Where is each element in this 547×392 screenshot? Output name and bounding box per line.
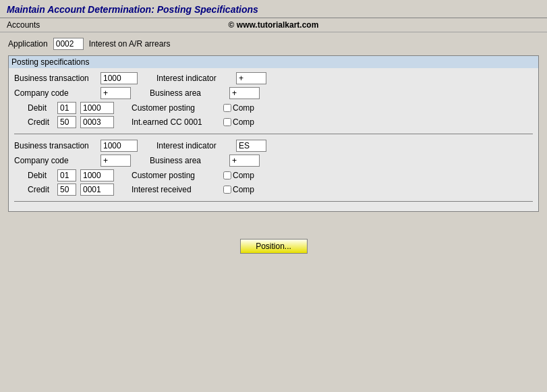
block1-credit-row: Credit Int.earned CC 0001 Comp <box>14 116 533 128</box>
watermark: © www.tutorialkart.com <box>229 20 319 30</box>
block2-credit-desc: Interest received <box>132 185 219 194</box>
block2-cc-label: Company code <box>14 156 95 165</box>
block2-credit-comp-wrap: Comp <box>223 185 254 194</box>
block2-debit-input1[interactable] <box>57 169 76 181</box>
block2-interest-group: Interest indicator <box>156 140 266 152</box>
block1-debit-comp-wrap: Comp <box>223 103 254 113</box>
block2-credit-comp-label: Comp <box>233 185 254 194</box>
application-label: Application <box>8 39 48 49</box>
block1-ba-input[interactable] <box>229 87 260 99</box>
block2-credit-label: Credit <box>28 185 53 194</box>
menu-bar: Accounts © www.tutorialkart.com <box>0 18 547 32</box>
block1-debit-input1[interactable] <box>57 102 76 114</box>
block1-credit-input2[interactable] <box>80 116 114 128</box>
block2-interest-label: Interest indicator <box>156 141 231 150</box>
block2-debit-comp-wrap: Comp <box>223 171 254 180</box>
block1-ba-group: Business area <box>150 87 260 99</box>
block2-ba-input[interactable] <box>229 155 260 167</box>
accounts-menu[interactable]: Accounts <box>7 20 40 30</box>
block1-business-transaction-row: Business transaction Interest indicator <box>14 72 533 84</box>
block2-bt-input[interactable] <box>100 140 138 152</box>
block1-bt-input[interactable] <box>100 72 138 84</box>
block1-debit-desc: Customer posting <box>132 103 219 113</box>
block1-interest-input[interactable] <box>236 72 266 84</box>
block1-credit-desc: Int.earned CC 0001 <box>132 117 219 127</box>
block1-company-code-row: Company code Business area <box>14 87 533 99</box>
block2-company-code-row: Company code Business area <box>14 155 533 167</box>
block1-interest-label: Interest indicator <box>156 74 231 83</box>
block2-ba-group: Business area <box>150 155 260 167</box>
block2-debit-label: Debit <box>28 171 53 180</box>
main-content: Application Interest on A/R arrears Post… <box>0 32 547 266</box>
block2-business-transaction-row: Business transaction Interest indicator <box>14 140 533 152</box>
block1-credit-comp-wrap: Comp <box>223 117 254 127</box>
block1-cc-input[interactable] <box>100 87 131 99</box>
block1-credit-label: Credit <box>28 117 53 127</box>
block2-interest-input[interactable] <box>236 140 266 152</box>
block1-interest-group: Interest indicator <box>156 72 266 84</box>
block1-bt-label: Business transaction <box>14 74 95 83</box>
position-button[interactable]: Position... <box>240 239 308 254</box>
block2-credit-checkbox[interactable] <box>223 186 231 194</box>
bottom-area: Position... <box>8 232 539 260</box>
block1-credit-checkbox[interactable] <box>223 118 231 126</box>
block2-debit-desc: Customer posting <box>132 171 219 180</box>
block2-credit-input2[interactable] <box>80 184 114 196</box>
block2-cc-input[interactable] <box>100 155 131 167</box>
block1-debit-row: Debit Customer posting Comp <box>14 102 533 114</box>
page-title: Maintain Account Determination: Posting … <box>7 4 540 15</box>
application-description: Interest on A/R arrears <box>89 39 171 49</box>
block2-debit-checkbox[interactable] <box>223 171 231 179</box>
block2-ba-label: Business area <box>150 156 224 165</box>
posting-section: Posting specifications Business transact… <box>8 55 539 212</box>
section-title: Posting specifications <box>9 56 538 68</box>
block-separator-1 <box>14 134 533 134</box>
title-bar: Maintain Account Determination: Posting … <box>0 0 547 18</box>
block-separator-2 <box>14 201 533 202</box>
block1-debit-label: Debit <box>28 103 53 113</box>
application-row: Application Interest on A/R arrears <box>8 38 539 50</box>
block2-debit-row: Debit Customer posting Comp <box>14 169 533 181</box>
block1-debit-checkbox[interactable] <box>223 104 231 112</box>
block2-credit-input1[interactable] <box>57 184 76 196</box>
application-input[interactable] <box>53 38 84 50</box>
block1-debit-input2[interactable] <box>80 102 114 114</box>
block1-credit-input1[interactable] <box>57 116 76 128</box>
block1-debit-comp-label: Comp <box>233 103 254 113</box>
block2-debit-input2[interactable] <box>80 169 114 181</box>
block1-cc-label: Company code <box>14 88 95 98</box>
block2-debit-comp-label: Comp <box>233 171 254 180</box>
block1-credit-comp-label: Comp <box>233 117 254 127</box>
block2-credit-row: Credit Interest received Comp <box>14 184 533 196</box>
block2-bt-label: Business transaction <box>14 141 95 150</box>
block1-ba-label: Business area <box>150 88 224 98</box>
